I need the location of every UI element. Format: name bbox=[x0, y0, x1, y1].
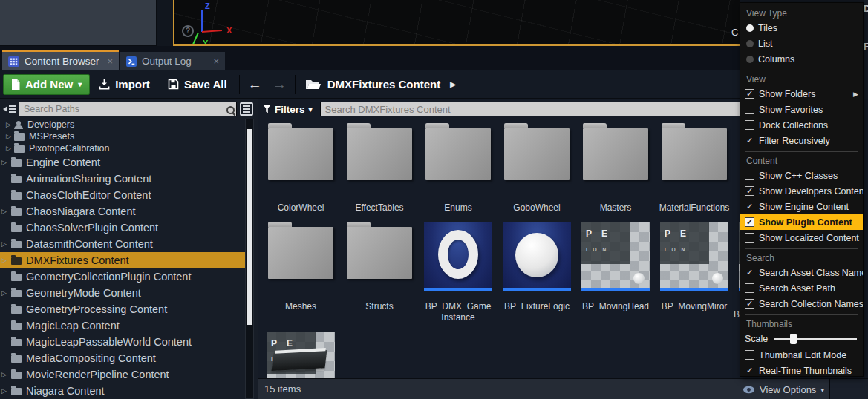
expand-arrow-icon[interactable]: ▷ bbox=[1, 240, 11, 248]
breadcrumb-expand-icon[interactable]: ▶ bbox=[450, 80, 456, 88]
tree-item-geometrycollectionplugin[interactable]: GeometryCollectionPlugin Content bbox=[0, 268, 245, 285]
user-icon bbox=[14, 121, 23, 129]
3d-viewport[interactable]: Z X Y ? bbox=[173, 0, 740, 46]
tree-item-magicleap[interactable]: MagicLeap Content bbox=[0, 317, 245, 334]
expand-arrow-icon[interactable]: ▷ bbox=[6, 121, 14, 128]
expand-arrow-icon[interactable]: ▷ bbox=[1, 371, 11, 378]
tree-item-animationsharing[interactable]: AnimationSharing Content bbox=[0, 171, 245, 187]
menu-radio-list[interactable]: List bbox=[745, 36, 858, 51]
help-icon[interactable]: ? bbox=[182, 25, 194, 37]
tab-content-browser[interactable]: Content Browser × bbox=[2, 50, 119, 70]
import-button[interactable]: Import bbox=[90, 74, 159, 95]
thumbnail-scale-slider[interactable] bbox=[774, 338, 857, 340]
expand-arrow-icon[interactable]: ▷ bbox=[1, 387, 11, 395]
menu-item-show-plugin-content-highlighted[interactable]: ✓ Show Plugin Content bbox=[740, 214, 863, 230]
menu-item-show-developers-content[interactable]: ✓ Show Developers Content bbox=[745, 183, 858, 199]
menu-radio-columns[interactable]: Columns bbox=[745, 51, 858, 67]
save-all-button[interactable]: Save All bbox=[159, 74, 236, 95]
menu-item-show-folders[interactable]: ✓ Show Folders ▶ bbox=[745, 86, 858, 102]
tree-item-chaosniagara[interactable]: ▷ ChaosNiagara Content bbox=[0, 203, 245, 220]
folder-icon bbox=[11, 306, 22, 314]
tree-item-magicleappassableworld[interactable]: MagicLeapPassableWorld Content bbox=[0, 334, 245, 350]
axis-z-line bbox=[201, 10, 203, 32]
sphere-preview bbox=[515, 233, 558, 277]
menu-item-search-collection-names[interactable]: ✓ Search Collection Names bbox=[745, 296, 858, 311]
light-fixture-preview bbox=[272, 350, 327, 371]
tree-scrollbar[interactable] bbox=[245, 119, 254, 399]
asset-tile-bp-fixturelogic[interactable]: BP_FixtureLogic bbox=[497, 221, 576, 323]
folder-icon bbox=[425, 128, 491, 180]
asset-tile-bp-dmx-gameinstance[interactable]: BP_DMX_Game Instance bbox=[419, 221, 497, 323]
tree-item-chaosclotheditor[interactable]: ChaosClothEditor Content bbox=[0, 187, 245, 203]
menu-divider bbox=[745, 248, 858, 249]
view-options-button[interactable]: View Options ▾ bbox=[743, 379, 824, 399]
asset-tile-bp-movinghead[interactable]: P E I O N BP_MovingHead bbox=[576, 221, 655, 323]
sources-view-icon[interactable] bbox=[240, 102, 253, 116]
collapse-sources-icon[interactable] bbox=[3, 104, 16, 114]
expand-arrow-icon[interactable]: ▷ bbox=[1, 159, 11, 166]
tree-item-datasmithcontent[interactable]: ▷ DatasmithContent Content bbox=[0, 236, 245, 252]
tree-item-geometryprocessing[interactable]: GeometryProcessing Content bbox=[0, 301, 245, 317]
menu-item-search-asset-class-names[interactable]: ✓ Search Asset Class Names bbox=[745, 265, 858, 280]
folder-icon bbox=[11, 159, 22, 167]
folder-tile-masters[interactable]: Masters bbox=[576, 122, 655, 214]
tree-item-dmxfixtures-selected[interactable]: ▷ DMXFixtures Content bbox=[0, 252, 245, 268]
forward-button[interactable]: → bbox=[267, 76, 292, 93]
menu-item-show-favorites[interactable]: Show Favorites bbox=[745, 102, 858, 117]
tree-item-mediacompositing[interactable]: MediaCompositing Content bbox=[0, 350, 245, 366]
menu-item-dock-collections[interactable]: Dock Collections bbox=[745, 117, 858, 133]
thumbnail-scale-row: Scale bbox=[745, 331, 858, 347]
folder-tile-effecttables[interactable]: EffectTables bbox=[340, 122, 419, 214]
view-options-label: View Options bbox=[760, 384, 816, 395]
tab-close-icon[interactable]: × bbox=[213, 56, 219, 66]
tree-item-engine-content[interactable]: ▷ Engine Content bbox=[0, 154, 245, 171]
tree-item-pixotopecalibration[interactable]: ▷ PixotopeCalibration bbox=[0, 142, 245, 154]
tree-item-niagara[interactable]: ▷ Niagara Content bbox=[0, 383, 245, 399]
folder-tile-enums[interactable]: Enums bbox=[419, 122, 497, 214]
tree-item-geometrymode[interactable]: ▷ GeometryMode Content bbox=[0, 285, 245, 301]
chevron-down-icon: ▾ bbox=[309, 105, 313, 113]
search-paths-input[interactable] bbox=[19, 102, 237, 116]
checkbox-checked-icon: ✓ bbox=[745, 89, 754, 99]
expand-arrow-icon[interactable]: ▷ bbox=[1, 208, 11, 215]
menu-item-filter-recursively[interactable]: ✓ Filter Recursively bbox=[745, 133, 858, 148]
checkbox-icon bbox=[745, 233, 754, 243]
folder-tile-colorwheel[interactable]: ColorWheel bbox=[261, 122, 340, 214]
slider-thumb[interactable] bbox=[790, 334, 797, 344]
menu-item-realtime-thumbnails[interactable]: ✓ Real-Time Thumbnails bbox=[745, 363, 858, 377]
asset-tile-partial-bottom[interactable]: P E I O N bbox=[261, 331, 340, 378]
search-assets-input[interactable] bbox=[320, 102, 745, 116]
expand-arrow-icon[interactable]: ▷ bbox=[1, 289, 11, 297]
folder-icon bbox=[268, 227, 333, 279]
back-button[interactable]: ← bbox=[243, 76, 267, 93]
menu-item-search-asset-path[interactable]: Search Asset Path bbox=[745, 280, 858, 296]
menu-radio-tiles[interactable]: Tiles bbox=[745, 20, 858, 36]
menu-item-show-localized-content[interactable]: Show Localized Content bbox=[745, 230, 858, 245]
folder-tile-meshes[interactable]: Meshes bbox=[261, 221, 340, 323]
tree-item-developers[interactable]: ▷ Developers bbox=[0, 119, 245, 131]
asset-tile-bp-movingmiror[interactable]: P E I O N BP_MovingMiror bbox=[655, 221, 734, 323]
menu-item-show-engine-content[interactable]: ✓ Show Engine Content bbox=[745, 199, 858, 214]
torus-preview bbox=[438, 230, 478, 279]
filters-button[interactable]: Filters ▾ bbox=[263, 104, 313, 115]
expand-arrow-icon[interactable]: ▷ bbox=[1, 257, 11, 264]
clipped-text-fragment: D bbox=[864, 3, 868, 14]
tab-output-log[interactable]: Output Log × bbox=[120, 52, 225, 70]
expand-arrow-icon[interactable]: ▷ bbox=[6, 133, 14, 140]
menu-item-show-cpp-classes[interactable]: Show C++ Classes bbox=[745, 168, 858, 183]
checkbox-checked-icon: ✓ bbox=[745, 268, 754, 277]
folder-tile-materialfunctions[interactable]: MaterialFunctions bbox=[655, 122, 734, 214]
expand-arrow-icon[interactable]: ▷ bbox=[6, 145, 14, 152]
folder-tile-gobowheel[interactable]: GoboWheel bbox=[497, 122, 576, 214]
folder-icon bbox=[504, 128, 570, 180]
breadcrumb[interactable]: DMXFixtures Content ▶ bbox=[298, 78, 456, 90]
breadcrumb-path-label: DMXFixtures Content bbox=[327, 78, 441, 90]
folder-tile-structs[interactable]: Structs bbox=[340, 221, 419, 323]
add-new-button[interactable]: Add New ▾ bbox=[3, 74, 90, 95]
tree-item-mspresets[interactable]: ▷ MSPresets bbox=[0, 131, 245, 142]
tree-scrollbar-thumb[interactable] bbox=[247, 129, 252, 325]
menu-item-thumbnail-edit-mode[interactable]: Thumbnail Edit Mode bbox=[745, 347, 858, 363]
tree-item-chaossolverplugin[interactable]: ChaosSolverPlugin Content bbox=[0, 220, 245, 236]
tree-item-movierenderpipeline[interactable]: ▷ MovieRenderPipeline Content bbox=[0, 366, 245, 383]
tab-close-icon[interactable]: × bbox=[107, 56, 113, 66]
